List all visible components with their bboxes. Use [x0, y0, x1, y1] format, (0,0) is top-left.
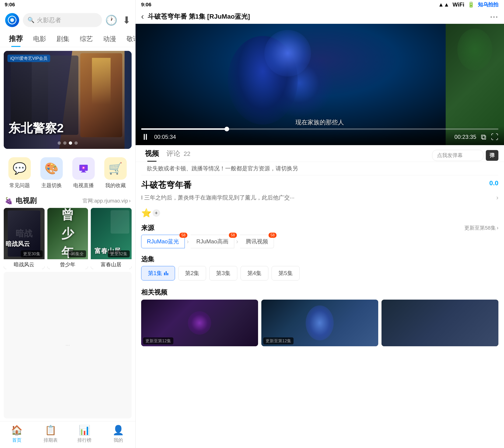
- tab-anime[interactable]: 动漫: [98, 31, 121, 47]
- source-chip-label-1: RJuMao高画: [196, 238, 228, 245]
- rank-label: 排行榜: [77, 437, 91, 443]
- source-chip-label-0: RJuMao蓝光: [147, 238, 179, 245]
- quick-item-tv[interactable]: 电视直播: [72, 157, 95, 189]
- notice-bar: 欲失败或者卡顿、跳播等情况！一般都是官方资源，请切换另: [141, 162, 498, 175]
- ep-dot-3: [167, 273, 168, 275]
- source-more[interactable]: 更新至第58集 ›: [464, 224, 498, 232]
- danmu-button[interactable]: 弹: [486, 150, 498, 161]
- more-content-placeholder: ···: [4, 272, 132, 418]
- dot-4: [74, 141, 78, 145]
- tv-section-title: 电视剧: [16, 196, 37, 206]
- history-icon[interactable]: 🕐: [105, 15, 117, 26]
- more-button[interactable]: ···: [490, 12, 498, 21]
- ep-label-2: 第3集: [216, 269, 230, 277]
- download-icon[interactable]: ⬇: [123, 15, 131, 26]
- source-chip-tencent[interactable]: 腾讯视频 58: [240, 235, 274, 248]
- tab-comments-count: 22: [184, 150, 190, 157]
- fullscreen-icon[interactable]: ⛶: [491, 133, 498, 141]
- related-card-1[interactable]: 更新至第12集: [141, 300, 258, 346]
- tv-link-text: 官网:app.rjumao.vip: [83, 197, 128, 204]
- theme-icon-box: 🎨: [40, 157, 63, 180]
- star-add-icon[interactable]: +: [153, 209, 160, 217]
- right-panel: 9:06 ▲▲ WiFi 🔋 知乌拍拍 ‹ 斗破苍穹年番 第1集 [RJuMao…: [136, 0, 504, 448]
- tv-card-2[interactable]: 曾 少 年 35集全 曾少年: [47, 208, 88, 269]
- source-chip-rjumao-bluray[interactable]: RJuMao蓝光 58: [141, 235, 185, 248]
- banner-dots: [58, 141, 78, 145]
- faq-label: 常见问题: [9, 182, 30, 189]
- tv-title-group: 🍇 电视剧: [5, 196, 37, 206]
- back-button[interactable]: ‹: [141, 12, 144, 21]
- nav-tabs: 推荐 电影 剧集 综艺 动漫 敬请期待: [0, 31, 135, 47]
- total-time: 00:23:35: [454, 134, 476, 140]
- tab-movie[interactable]: 电影: [28, 31, 51, 47]
- tab-coming[interactable]: 敬请期待: [121, 31, 135, 47]
- tv-badge-2: 35集全: [68, 250, 86, 257]
- episode-section-row: 选集: [141, 251, 498, 266]
- banner-title: 东北警察2: [8, 122, 64, 135]
- pip-icon[interactable]: ⧉: [481, 133, 486, 141]
- progress-bar[interactable]: [141, 128, 498, 130]
- ep-label-0: 第1集: [148, 269, 162, 277]
- pause-button[interactable]: ⏸: [141, 132, 150, 142]
- related-badge-1: 更新至第12集: [143, 337, 173, 344]
- ep-btn-2[interactable]: 第2集: [178, 266, 206, 281]
- tv-section-link[interactable]: 官网:app.rjumao.vip ›: [83, 197, 131, 204]
- search-bar[interactable]: 🔍 火影忍者: [23, 13, 102, 27]
- tab-recommend[interactable]: 推荐: [4, 31, 28, 47]
- quick-item-faq[interactable]: 💬 常见问题: [8, 157, 31, 189]
- battery-icon: 🔋: [468, 1, 475, 8]
- quick-item-collect[interactable]: 🛒 我的收藏: [104, 157, 127, 189]
- tv-label: 电视直播: [73, 182, 94, 189]
- home-icon: 🏠: [11, 425, 23, 436]
- source-chip-rjumao-hd[interactable]: RJuMao高画 58: [191, 235, 234, 248]
- tab-variety[interactable]: 综艺: [75, 31, 98, 47]
- related-card-3[interactable]: [381, 300, 498, 346]
- star-icon[interactable]: ⭐: [141, 208, 152, 218]
- tab-series[interactable]: 剧集: [51, 31, 75, 47]
- danmu-area: 点我发弹幕 弹: [432, 150, 498, 161]
- progress-thumb[interactable]: [224, 127, 229, 131]
- tab-video[interactable]: 视频: [141, 149, 163, 162]
- related-thumb-3: [381, 300, 498, 346]
- collect-label: 我的收藏: [105, 182, 126, 189]
- ep-label-1: 第2集: [185, 269, 199, 277]
- bottom-nav-rank[interactable]: 📊 排行榜: [68, 425, 102, 443]
- show-info-row: 斗破苍穹年番 0.0: [141, 175, 498, 191]
- notice-text: 欲失败或者卡顿、跳播等情况！一般都是官方资源，请切换另: [147, 165, 298, 172]
- show-desc-arrow[interactable]: ›: [496, 193, 498, 202]
- ep-btn-4[interactable]: 第4集: [241, 266, 268, 281]
- dot-2: [63, 141, 67, 145]
- danmu-placeholder: 点我发弹幕: [437, 152, 463, 158]
- related-title: 相关视频: [141, 285, 498, 300]
- ep-btn-5[interactable]: 第5集: [271, 266, 299, 281]
- episode-grid: 第1集 第2集 第3集 第4集 第5集: [141, 266, 498, 285]
- tab-row: 视频 评论 22 点我发弹幕 弹: [136, 145, 504, 162]
- status-right-icons: ▲▲ WiFi 🔋 知乌拍拍: [438, 1, 498, 8]
- show-rating: 0.0: [489, 179, 498, 187]
- video-player[interactable]: 现在家族的那些人 ⏸ 00:05:34 00:23:35 ⧉ ⛶: [136, 24, 504, 145]
- ep-playing-indicator: [164, 271, 168, 275]
- tv-icon-box: [72, 157, 95, 180]
- tv-card-3[interactable]: 富春山居 更至32集 富春山居: [91, 208, 132, 269]
- tab-comments[interactable]: 评论 22: [163, 149, 194, 162]
- bottom-nav-home[interactable]: 🏠 首页: [0, 425, 34, 443]
- banner-title-box: 东北警察2: [8, 122, 64, 135]
- quick-item-theme[interactable]: 🎨 主题切换: [40, 157, 63, 189]
- tv-section-header: 🍇 电视剧 官网:app.rjumao.vip ›: [0, 194, 135, 208]
- app-logo[interactable]: [5, 13, 19, 28]
- ep-btn-3[interactable]: 第3集: [209, 266, 237, 281]
- banner[interactable]: iQIYI爱奇艺VIP会员 东北警察2: [4, 51, 132, 149]
- theme-label: 主题切换: [41, 182, 62, 189]
- source-arrow-2: ›: [234, 238, 240, 245]
- video-controls: ⏸ 00:05:34 00:23:35 ⧉ ⛶: [136, 126, 504, 145]
- bottom-nav-profile[interactable]: 👤 我的: [102, 425, 135, 443]
- ep-btn-1[interactable]: 第1集: [141, 266, 175, 281]
- show-desc: I 三年之约后，萧炎终于在迦南学院见到了薰儿，此后他广交··· ›: [141, 191, 498, 206]
- tv-title-1: 暗战风云: [6, 240, 30, 248]
- collect-icon-box: 🛒: [104, 157, 127, 180]
- related-card-2[interactable]: 更新至第12集: [261, 300, 378, 346]
- bottom-nav-schedule[interactable]: 📋 排期表: [34, 425, 68, 443]
- danmu-input[interactable]: 点我发弹幕: [432, 150, 484, 161]
- profile-label: 我的: [114, 437, 123, 443]
- tv-card-1[interactable]: 暗战 暗战风云 更至30集 暗战风云: [4, 208, 45, 269]
